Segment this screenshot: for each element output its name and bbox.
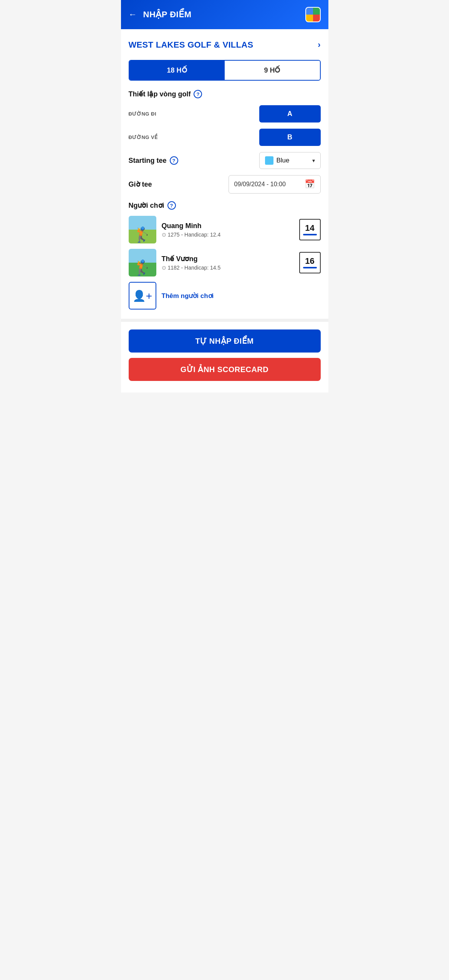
page-title: NHẬP ĐIỂM — [143, 10, 192, 20]
tee-color-value: Blue — [277, 157, 309, 164]
duong-di-row: ĐƯỜNG ĐI A — [129, 105, 321, 122]
duong-di-button[interactable]: A — [259, 105, 321, 122]
player-card-2: Thế Vương ⊙ 1182 - Handicap: 14.5 16 — [129, 249, 321, 276]
add-player-avatar-button[interactable]: 👤+ — [129, 282, 156, 310]
player-info-2: Thế Vương ⊙ 1182 - Handicap: 14.5 — [162, 255, 294, 271]
maps-icon-q4 — [313, 15, 320, 22]
maps-icon-q3 — [306, 15, 313, 22]
maps-icon-q2 — [313, 8, 320, 15]
stats-icon-1: ⊙ — [162, 232, 166, 238]
header: ← NHẬP ĐIỂM — [121, 0, 328, 29]
player-info-1: Quang Minh ⊙ 1275 - Handicap: 12.4 — [162, 222, 294, 238]
player-score-box-1[interactable]: 14 — [299, 219, 321, 240]
tee-time-label: Giờ tee — [129, 180, 152, 189]
player-card-1: Quang Minh ⊙ 1275 - Handicap: 12.4 14 — [129, 216, 321, 243]
duong-ve-label: ĐƯỜNG VỀ — [129, 134, 158, 140]
starting-tee-label: Starting tee ? — [129, 156, 178, 165]
starting-tee-row: Starting tee ? Blue ▾ — [129, 152, 321, 169]
club-row[interactable]: WEST LAKES GOLF & VILLAS › — [129, 37, 321, 53]
hole-tabs: 18 HỐ 9 HỐ — [129, 60, 321, 81]
add-player-icon: 👤+ — [133, 290, 152, 302]
duong-ve-button[interactable]: B — [259, 129, 321, 146]
players-section-title: Người chơi ? — [129, 201, 321, 210]
player-score-bar-2 — [303, 267, 317, 268]
player-name-2: Thế Vương — [162, 255, 294, 263]
header-left: ← NHẬP ĐIỂM — [129, 10, 192, 20]
players-help-icon[interactable]: ? — [167, 201, 176, 210]
player-name-1: Quang Minh — [162, 222, 294, 230]
tee-time-row: Giờ tee 09/09/2024 - 10:00 📅 — [129, 175, 321, 194]
tee-color-swatch — [265, 156, 273, 165]
tee-chevron-down-icon: ▾ — [312, 157, 315, 164]
google-maps-icon — [306, 8, 320, 22]
player-stats-1: ⊙ 1275 - Handicap: 12.4 — [162, 232, 294, 238]
back-button[interactable]: ← — [129, 10, 137, 20]
add-player-text[interactable]: Thêm người chơi — [162, 292, 214, 300]
players-label-text: Người chơi — [129, 201, 164, 210]
setup-section-title: Thiết lập vòng golf ? — [129, 90, 321, 98]
stats-icon-2: ⊙ — [162, 265, 166, 271]
starting-tee-text: Starting tee — [129, 157, 167, 165]
tee-time-input[interactable]: 09/09/2024 - 10:00 📅 — [229, 175, 321, 194]
club-arrow-icon: › — [318, 40, 320, 50]
player-stats-2: ⊙ 1182 - Handicap: 14.5 — [162, 265, 294, 271]
starting-tee-help-icon[interactable]: ? — [170, 156, 178, 165]
duong-di-label: ĐƯỜNG ĐI — [129, 111, 157, 117]
player-avatar-1 — [129, 216, 156, 243]
tee-time-value: 09/09/2024 - 10:00 — [234, 181, 301, 188]
tee-color-select[interactable]: Blue ▾ — [259, 152, 321, 169]
maps-icon-q1 — [306, 8, 313, 15]
setup-help-icon[interactable]: ? — [194, 90, 202, 98]
player-stats-text-2: 1182 - Handicap: 14.5 — [168, 265, 221, 271]
add-player-row[interactable]: 👤+ Thêm người chơi — [129, 282, 321, 310]
player-avatar-2 — [129, 249, 156, 276]
maps-icon-button[interactable] — [305, 7, 321, 22]
setup-title-text: Thiết lập vòng golf — [129, 90, 191, 98]
club-name: WEST LAKES GOLF & VILLAS — [129, 40, 253, 50]
calendar-icon: 📅 — [305, 179, 315, 189]
send-scorecard-button[interactable]: GỬI ẢNH SCORECARD — [129, 358, 321, 381]
divider — [121, 319, 328, 322]
player-stats-text-1: 1275 - Handicap: 12.4 — [168, 232, 221, 238]
player-score-2: 16 — [305, 257, 314, 265]
player-score-1: 14 — [305, 224, 314, 232]
self-enter-score-button[interactable]: TỰ NHẬP ĐIỂM — [129, 329, 321, 353]
player-score-box-2[interactable]: 16 — [299, 252, 321, 273]
tab-9-holes[interactable]: 9 HỐ — [225, 61, 320, 80]
player-score-bar-1 — [303, 234, 317, 235]
tab-18-holes[interactable]: 18 HỐ — [129, 61, 225, 80]
main-content: WEST LAKES GOLF & VILLAS › 18 HỐ 9 HỐ Th… — [121, 29, 328, 392]
duong-ve-row: ĐƯỜNG VỀ B — [129, 129, 321, 146]
